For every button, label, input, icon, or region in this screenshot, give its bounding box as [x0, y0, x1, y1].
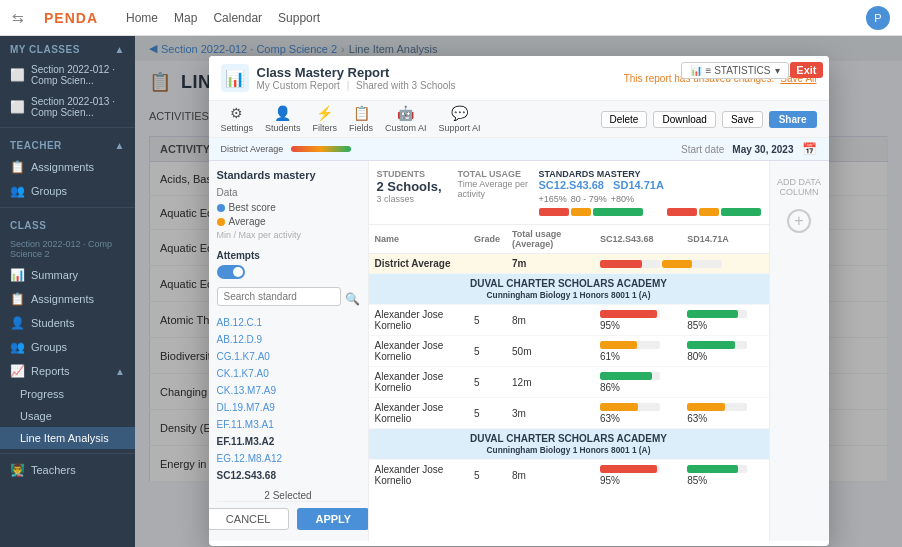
legend-best-score: Best score — [217, 202, 360, 213]
modal-table-row: Alexander Jose Kornelio 5 50m 61% 80% — [369, 336, 769, 367]
student-s1: 63% — [594, 398, 681, 429]
statistics-button[interactable]: 📊 ≡ STATISTICS ▾ — [681, 62, 789, 79]
dist-avg-usage: 7m — [506, 254, 594, 274]
sidebar-item-line-item-analysis[interactable]: Line Item Analysis — [0, 427, 135, 449]
sidebar-item-class-assignments[interactable]: 📋 Assignments — [0, 287, 135, 311]
district-avg-row: District Average 7m — [369, 254, 769, 274]
student-grade: 5 — [468, 305, 506, 336]
cancel-button[interactable]: CANCEL — [209, 508, 290, 530]
standard-list-item[interactable]: DL.19.M7.A9 — [217, 399, 360, 416]
add-data-column: ADD DATA COLUMN + — [769, 161, 829, 541]
sidebar-item-progress[interactable]: Progress — [0, 383, 135, 405]
sidebar-item-class1[interactable]: ⬜ Section 2022-012 · Comp Scien... — [0, 59, 135, 91]
sidebar-item-summary[interactable]: 📊 Summary — [0, 263, 135, 287]
modal-col-header: SD14.71A — [681, 225, 768, 254]
toolbar-support-ai[interactable]: 💬 Support AI — [439, 105, 481, 133]
modal-col-header: Grade — [468, 225, 506, 254]
fields-icon: 📋 — [353, 105, 370, 121]
modal-toolbar: ⚙ Settings 👤 Students ⚡ Filters 📋 Fields — [209, 101, 829, 138]
assignments-icon: 📋 — [10, 160, 25, 174]
support-ai-icon: 💬 — [451, 105, 468, 121]
toolbar-fields[interactable]: 📋 Fields — [349, 105, 373, 133]
sidebar-item-class-groups[interactable]: 👥 Groups — [0, 335, 135, 359]
user-avatar[interactable]: P — [866, 6, 890, 30]
end-date-value: May 30, 2023 — [732, 144, 793, 155]
nav-support[interactable]: Support — [278, 11, 320, 25]
student-grade: 5 — [468, 336, 506, 367]
collapse-icon[interactable]: ⇆ — [12, 10, 24, 26]
student-s1: 61% — [594, 336, 681, 367]
student-grade: 5 — [468, 367, 506, 398]
section-row: DUVAL CHARTER SCHOLARS ACADEMYCunningham… — [369, 429, 769, 460]
nav-map[interactable]: Map — [174, 11, 197, 25]
modal-bottom-buttons: CANCEL APPLY — [217, 501, 360, 536]
apply-button[interactable]: APPLY — [297, 508, 368, 530]
students-toolbar-icon: 👤 — [274, 105, 291, 121]
sidebar-item-usage[interactable]: Usage — [0, 405, 135, 427]
standard-list-item[interactable]: CK.1.K7.A0 — [217, 365, 360, 382]
nav-home[interactable]: Home — [126, 11, 158, 25]
download-button[interactable]: Download — [653, 111, 715, 128]
dist-avg-grade — [468, 254, 506, 274]
toolbar-students[interactable]: 👤 Students — [265, 105, 301, 133]
sidebar-item-teachers[interactable]: 👨‍🏫 Teachers — [0, 458, 135, 482]
student-grade: 5 — [468, 398, 506, 429]
sidebar-item-groups[interactable]: 👥 Groups — [0, 179, 135, 203]
modal-overlay: 📊 ≡ STATISTICS ▾ Exit 📊 Class Mastery Re… — [135, 36, 902, 547]
student-usage: 3m — [506, 398, 594, 429]
district-bar-visual — [291, 146, 351, 152]
modal-body: Standards mastery Data Best score Averag… — [209, 161, 829, 541]
dist-avg-name: District Average — [369, 254, 469, 274]
toolbar-custom-ai[interactable]: 🤖 Custom AI — [385, 105, 427, 133]
student-grade: 5 — [468, 460, 506, 486]
class-icon-2: ⬜ — [10, 100, 25, 114]
calendar-icon-modal[interactable]: 📅 — [802, 142, 817, 156]
modal-data-table: NameGradeTotal usage (Average)SC12.S43.6… — [369, 225, 769, 485]
standards-search-icon[interactable]: 🔍 — [345, 292, 360, 306]
groups-icon: 👥 — [10, 184, 25, 198]
data-label: Data — [217, 187, 360, 198]
class-icon: ⬜ — [10, 68, 25, 82]
teachers-icon: 👨‍🏫 — [10, 463, 25, 477]
standard-list-item[interactable]: SC12.S43.68 — [217, 467, 360, 484]
standard-list-item[interactable]: AB.12.C.1 — [217, 314, 360, 331]
standards-search-input[interactable] — [217, 287, 341, 306]
standard-list-item[interactable]: EF.11.M3.A2 — [217, 433, 360, 450]
toolbar-filters[interactable]: ⚡ Filters — [313, 105, 338, 133]
sidebar: MY CLASSES ▲ ⬜ Section 2022-012 · Comp S… — [0, 36, 135, 547]
delete-button[interactable]: Delete — [601, 111, 648, 128]
sidebar-item-assignments[interactable]: 📋 Assignments — [0, 155, 135, 179]
modal-right-panel: STUDENTS 2 Schools, 3 classes TOTAL USAG… — [369, 161, 769, 541]
toolbar-settings[interactable]: ⚙ Settings — [221, 105, 254, 133]
section-name: DUVAL CHARTER SCHOLARS ACADEMYCunningham… — [369, 274, 769, 305]
summary-icon: 📊 — [10, 268, 25, 282]
share-button[interactable]: Share — [769, 111, 817, 128]
standards-list: 🔍 AB.12.C.1AB.12.D.9CG.1.K7.A0CK.1.K7.A0… — [217, 287, 360, 501]
standard-list-item[interactable]: AB.12.D.9 — [217, 331, 360, 348]
standard-list-item[interactable]: CK.13.M7.A9 — [217, 382, 360, 399]
logo: PENDA — [44, 10, 98, 26]
students-stat: STUDENTS 2 Schools, 3 classes — [377, 169, 450, 216]
class-mastery-modal: 📊 ≡ STATISTICS ▾ Exit 📊 Class Mastery Re… — [209, 56, 829, 546]
modal-col-header: Name — [369, 225, 469, 254]
student-name: Alexander Jose Kornelio — [369, 336, 469, 367]
sidebar-item-students[interactable]: 👤 Students — [0, 311, 135, 335]
top-nav: ⇆ PENDA Home Map Calendar Support P — [0, 0, 902, 36]
my-classes-header: MY CLASSES ▲ — [0, 36, 135, 59]
sidebar-item-reports[interactable]: 📈 Reports ▲ — [0, 359, 135, 383]
standard-list-item[interactable]: EG.12.M8.A12 — [217, 450, 360, 467]
nav-links: Home Map Calendar Support — [126, 11, 846, 25]
class-assignments-icon: 📋 — [10, 292, 25, 306]
save-button[interactable]: Save — [722, 111, 763, 128]
standard-list-item[interactable]: CG.1.K7.A0 — [217, 348, 360, 365]
student-s2: 85% — [681, 460, 768, 486]
student-name: Alexander Jose Kornelio — [369, 460, 469, 486]
add-column-plus-button[interactable]: + — [787, 209, 811, 233]
nav-calendar[interactable]: Calendar — [213, 11, 262, 25]
modal-exit-button[interactable]: Exit — [790, 62, 822, 78]
class-name-label: Section 2022-012 · Comp Science 2 — [0, 235, 135, 263]
modal-col-header: SC12.S43.68 — [594, 225, 681, 254]
sidebar-item-class2[interactable]: ⬜ Section 2022-013 · Comp Scien... — [0, 91, 135, 123]
attempts-toggle[interactable] — [217, 265, 360, 279]
standard-list-item[interactable]: EF.11.M3.A1 — [217, 416, 360, 433]
